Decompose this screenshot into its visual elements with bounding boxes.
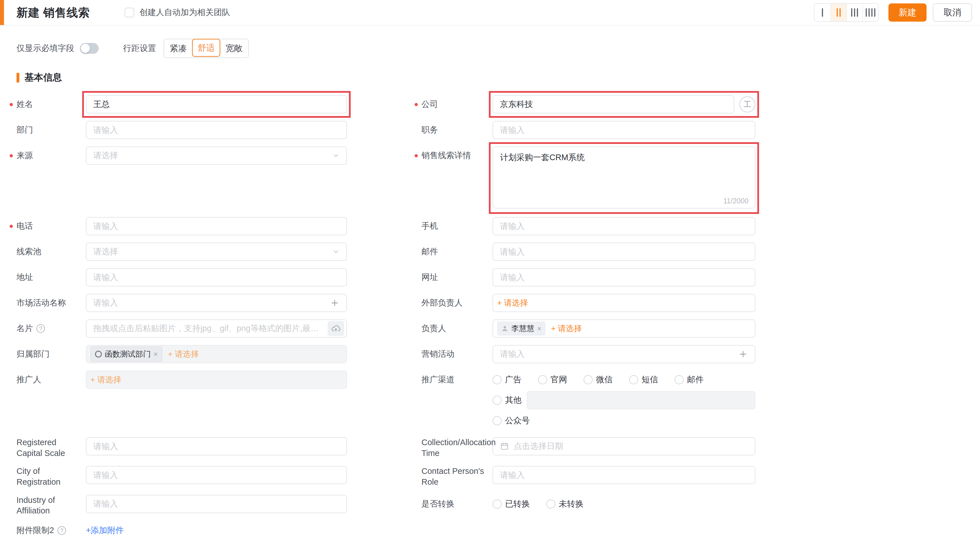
radio-other[interactable]: 其他 — [493, 395, 522, 406]
promoter-picker[interactable]: + 请选择 — [86, 371, 347, 389]
lead-pool-select[interactable]: 请选择 — [86, 243, 347, 261]
radio-icon — [493, 416, 502, 425]
required-only-label: 仅显示必填字段 — [16, 43, 74, 54]
help-icon[interactable]: ? — [37, 324, 45, 333]
address-label: 地址 — [16, 268, 86, 287]
contact-role-label: Contact Person's Role — [422, 466, 493, 487]
conversion-label: 是否转换 — [422, 495, 493, 513]
radio-icon — [546, 499, 555, 508]
radio-sms[interactable]: 短信 — [629, 374, 658, 386]
owning-department-label: 归属部门 — [16, 345, 86, 363]
radio-ad[interactable]: 广告 — [493, 374, 522, 386]
city-registration-label: City of Registration — [16, 466, 86, 487]
mobile-label: 手机 — [422, 217, 493, 235]
collection-time-datepicker[interactable]: 点击选择日期 — [493, 437, 755, 456]
source-label: 来源 — [16, 147, 86, 165]
industry-affiliation-label: Industry of Affiliation — [16, 495, 86, 516]
email-label: 邮件 — [422, 243, 493, 261]
auto-team-checkbox[interactable] — [124, 8, 134, 18]
radio-wechat[interactable]: 微信 — [584, 374, 612, 386]
external-owner-label: 外部负责人 — [422, 294, 493, 312]
column-layout-4[interactable] — [862, 4, 878, 21]
owner-chip[interactable]: 李慧慧 × — [497, 322, 546, 336]
auto-team-checkbox-group[interactable]: 创建人自动加为相关团队 — [124, 7, 230, 18]
owner-label: 负责人 — [422, 319, 493, 338]
name-label: 姓名 — [16, 95, 86, 113]
marketing-campaign-input[interactable]: 请输入 — [493, 345, 755, 363]
marketing-campaign-label: 营销活动 — [422, 345, 493, 363]
industry-affiliation-input[interactable] — [86, 495, 347, 513]
company-lookup-icon[interactable]: 工 — [740, 96, 755, 112]
company-input[interactable] — [493, 95, 734, 113]
char-counter: 11/2000 — [723, 197, 749, 205]
column-layout-1[interactable] — [815, 4, 830, 21]
campaign-name-input[interactable]: 请输入 — [86, 294, 347, 312]
radio-converted[interactable]: 已转换 — [493, 498, 530, 510]
owning-department-picker[interactable]: 函数测试部门 × + 请选择 — [86, 345, 347, 363]
department-label: 部门 — [16, 121, 86, 139]
radio-official-site[interactable]: 官网 — [538, 374, 567, 386]
owner-picker[interactable]: 李慧慧 × + 请选择 — [493, 319, 755, 338]
lead-pool-label: 线索池 — [16, 243, 86, 261]
lead-form: 姓名 公司 工 部门 职务 来源 请选择 销售线索详情 计划采购一套CRM系统 … — [16, 95, 980, 537]
job-title-input[interactable] — [493, 121, 755, 139]
promo-channel-label: 推广渠道 — [422, 371, 493, 389]
other-channel-input[interactable] — [527, 391, 755, 409]
radio-icon — [493, 375, 502, 384]
radio-icon — [675, 375, 684, 384]
column-layout-3[interactable] — [846, 4, 862, 21]
add-icon[interactable] — [738, 349, 748, 359]
spacing-option-compact[interactable]: 紧凑 — [164, 39, 192, 57]
department-input[interactable] — [86, 121, 347, 139]
radio-not-converted[interactable]: 未转换 — [546, 498, 584, 510]
contact-role-input[interactable] — [493, 466, 755, 484]
radio-public-account[interactable]: 公众号 — [493, 415, 530, 426]
radio-mail[interactable]: 邮件 — [675, 374, 703, 386]
name-field-highlight — [86, 95, 347, 113]
radio-icon — [493, 396, 502, 405]
add-attachment-link[interactable]: +添加附件 — [86, 525, 124, 536]
address-input[interactable] — [86, 268, 347, 287]
external-owner-picker[interactable]: + 请选择 — [493, 294, 755, 312]
promoter-label: 推广人 — [16, 371, 86, 389]
company-field-highlight: 工 — [493, 95, 755, 113]
help-icon[interactable]: ? — [57, 526, 66, 535]
mobile-input[interactable] — [493, 217, 755, 235]
form-toolbar: 仅显示必填字段 行距设置 紧凑 舒适 宽敞 — [16, 39, 980, 58]
org-icon — [95, 351, 102, 357]
remove-chip-icon[interactable]: × — [154, 350, 158, 359]
email-input[interactable] — [493, 243, 755, 261]
cancel-button[interactable]: 取消 — [933, 3, 972, 22]
job-title-label: 职务 — [422, 121, 493, 139]
required-only-toggle[interactable] — [80, 43, 99, 54]
lead-detail-textarea[interactable]: 计划采购一套CRM系统 — [493, 147, 755, 209]
spacing-option-wide[interactable]: 宽敞 — [220, 39, 248, 57]
calendar-icon — [500, 442, 509, 451]
name-input[interactable] — [86, 95, 347, 113]
section-title-text: 基本信息 — [24, 71, 62, 84]
add-icon[interactable] — [330, 298, 340, 308]
radio-icon — [538, 375, 547, 384]
radio-icon — [629, 375, 638, 384]
department-chip[interactable]: 函数测试部门 × — [91, 346, 162, 362]
upload-image-icon[interactable] — [328, 321, 344, 336]
line-spacing-label: 行距设置 — [123, 43, 156, 54]
website-input[interactable] — [493, 268, 755, 287]
auto-team-checkbox-label: 创建人自动加为相关团队 — [139, 7, 230, 18]
remove-chip-icon[interactable]: × — [537, 325, 541, 333]
business-card-upload[interactable]: 拖拽或点击后粘贴图片，支持jpg、gif、png等格式的图片,最多可... — [86, 319, 347, 338]
source-select[interactable]: 请选择 — [86, 147, 347, 165]
create-button[interactable]: 新建 — [888, 3, 926, 22]
phone-input[interactable] — [86, 217, 347, 235]
section-accent-bar — [16, 73, 19, 83]
required-marker — [10, 154, 13, 157]
radio-icon — [493, 499, 502, 508]
registered-capital-input[interactable] — [86, 437, 347, 456]
lead-detail-highlight: 计划采购一套CRM系统 11/2000 — [493, 147, 755, 210]
column-layout-2[interactable] — [830, 4, 846, 21]
header-actions: 新建 取消 — [814, 3, 972, 22]
city-registration-input[interactable] — [86, 466, 347, 484]
dialog-header: 新建 销售线索 创建人自动加为相关团队 新建 取消 — [0, 0, 980, 25]
spacing-option-comfortable[interactable]: 舒适 — [192, 39, 220, 57]
required-marker — [415, 103, 418, 106]
